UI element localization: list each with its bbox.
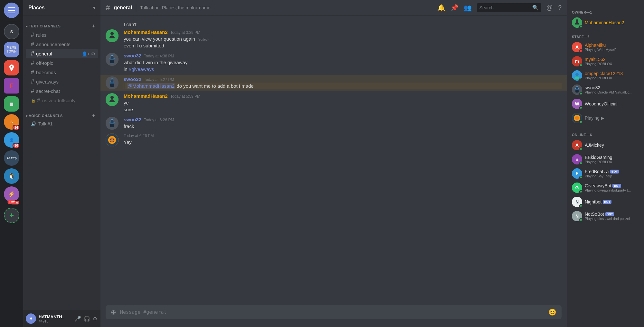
member-swoo32[interactable]: swoo32 Playing Oracle VM VirtualBo... [569,83,641,97]
member-fredboat[interactable]: F FredBoat♩♫ BOT Playing Say ;help [569,166,641,181]
settings-icon[interactable]: ⚙ [91,51,95,56]
message-header: Today at 6:26 PM [124,134,562,138]
members-icon[interactable]: 👥 [464,4,472,12]
headphones-icon[interactable]: 🎧 [83,315,91,322]
add-member-icon[interactable]: 👤+ [82,51,90,56]
member-name: AJMickey [585,143,639,148]
member-playing[interactable]: Playing ▶ [569,111,641,125]
channel-nsfw[interactable]: 🔒 # nsfw-adultsonly [26,96,98,105]
channel-sidebar: Places ▾ ▸ TEXT CHANNELS + # rules # ann… [23,0,100,327]
channel-general[interactable]: # general 👤+ ⚙ [26,49,98,58]
voice-channel-talk1[interactable]: 🔊 Talk #1 [26,120,98,128]
help-icon[interactable]: ? [558,4,562,11]
status-online [579,64,582,67]
member-info: AlphaMiku Playing With Myself [585,43,639,52]
member-myalt[interactable]: m myalt1562 Playing ROBLOX [569,54,641,68]
server-icon-green[interactable]: ■ [4,96,19,112]
channel-bot-cmds[interactable]: # bot-cmds [26,68,98,77]
channel-nsfw-label: nsfw-adultsonly [42,98,75,103]
upload-icon[interactable]: ⊕ [111,308,116,316]
status-online [579,218,582,222]
channel-giveaways[interactable]: # giveaways [26,77,98,86]
hash-icon: # [31,50,34,57]
svg-text:N: N [575,199,579,204]
bot-badge: BOT [610,170,619,173]
voice-channels-category[interactable]: ▾ VOICE CHANNELS + [23,108,100,120]
svg-text:N: N [575,213,579,219]
server-icon-new[interactable]: ⚡ NEW [4,186,19,202]
member-name: MohammadHasan2 [585,20,639,25]
channel-announcements[interactable]: # announcements [26,40,98,49]
member-avatar: N [572,197,582,207]
member-avatar: A [572,42,582,52]
member-nightbot[interactable]: N Nightbot BOT [569,195,641,209]
chat-header: # general Talk about Places, the roblox … [100,0,567,15]
at-icon[interactable]: @ [546,4,553,11]
server-icon-s[interactable]: S [4,24,19,39]
channel-off-topic[interactable]: # off-topic [26,58,98,68]
member-bbkid[interactable]: B BBkidGaming Playing ROBLOX [569,152,641,166]
member-avatar [572,113,582,123]
giveaways-mention[interactable]: #giveaways [129,66,154,72]
server-icon-badge14[interactable]: S 14 [4,114,19,130]
channel-secret-chat-label: secret-chat [36,88,60,94]
server-icon-acsfrp[interactable]: Acsfrp [4,150,19,166]
settings-icon[interactable]: ⚙ [92,315,98,322]
message-group-swoo1: swoo32 Today at 4:38 PM what did I win i… [100,52,567,74]
user-discriminator: #4913 [39,319,71,323]
member-woodhey[interactable]: W WoodheyOfficial [569,97,641,111]
member-omgepic[interactable]: omgepicface12213 Playing ROBLOX [569,68,641,83]
online-label: ONLINE—6 [572,133,592,137]
add-channel-icon[interactable]: + [92,23,95,29]
pin-icon[interactable]: 📌 [450,4,459,12]
search-bar[interactable]: 🔍 [477,3,541,12]
member-name: myalt1562 [585,57,639,62]
member-name-row: Nightbot BOT [585,199,639,204]
bell-icon[interactable]: 🔔 [437,4,445,12]
message-text: @MohammadHasan2 do you want me to add a … [124,83,562,89]
message-header: swoo32 Today at 6:26 PM [124,117,562,122]
bot-badge: BOT [605,212,614,216]
user-mention[interactable]: @MohammadHasan2 [127,83,175,89]
server-icon-f[interactable]: F [4,78,19,94]
server-icon-memetown[interactable]: MEME TOWN [4,42,19,57]
member-avatar: W [572,99,582,109]
server-icon-penguin[interactable]: 🐧 [4,168,19,184]
channel-rules[interactable]: # rules [26,30,98,40]
message-avatar [106,29,118,42]
member-mohammad[interactable]: MohammadHasan2 [569,15,641,30]
channel-list: ▸ TEXT CHANNELS + # rules # announcement… [23,15,100,310]
chevron-down-icon: ▾ [93,5,95,10]
mute-icon[interactable]: 🎤 [74,315,82,322]
member-avatar: A [572,140,582,150]
member-name: Nightbot [585,199,601,204]
voice-channels-label: VOICE CHANNELS [29,114,63,118]
server-icon-home[interactable] [4,3,19,18]
server-icon-badge30[interactable]: 👤 30 [4,132,19,148]
add-server-btn[interactable]: + [4,208,19,223]
member-notsobot[interactable]: N NotSoBot BOT Playing eins zwei drei po… [569,209,641,223]
member-giveawaybot[interactable]: G GiveawayBot BOT Playing giveawaybot.pa… [569,181,641,195]
message-input[interactable] [120,306,545,319]
add-voice-channel-icon[interactable]: + [92,113,95,119]
status-online [579,92,582,95]
member-info: swoo32 Playing Oracle VM VirtualBo... [585,85,639,94]
member-avatar: m [572,56,582,66]
search-input[interactable] [479,5,531,10]
channel-secret-chat[interactable]: # secret-chat [26,86,98,96]
server-icon-places[interactable] [4,60,19,75]
message-author: swoo32 [124,76,141,82]
member-alphamiku[interactable]: A AlphaMiku Playing With Myself [569,40,641,54]
svg-text:G: G [575,185,579,190]
svg-point-29 [575,73,579,76]
server-header[interactable]: Places ▾ [23,0,100,15]
members-sidebar: OWNER—1 MohammadHasan2 STAFF—6 A AlphaMi… [567,0,644,327]
message-author: MohammadHasan2 [124,29,168,35]
user-info: HATMΑNTH... #4913 [39,314,71,323]
message-timestamp: Today at 6:26 PM [124,134,154,138]
member-info: FredBoat♩♫ BOT Playing Say ;help [585,169,639,178]
member-ajmickey[interactable]: A AJMickey [569,138,641,152]
emoji-icon[interactable]: 😊 [548,308,556,316]
message-timestamp: Today at 6:26 PM [144,118,174,122]
text-channels-category[interactable]: ▸ TEXT CHANNELS + [23,18,100,30]
